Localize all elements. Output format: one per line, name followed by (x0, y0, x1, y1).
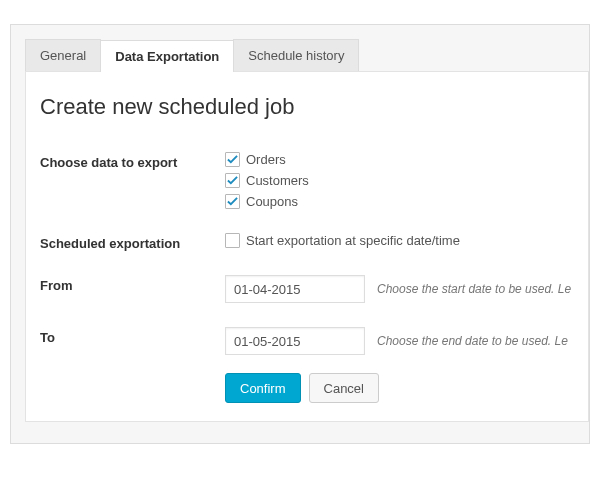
checkbox-icon (225, 194, 240, 209)
checkbox-label: Orders (246, 152, 286, 167)
checkbox-label: Coupons (246, 194, 298, 209)
from-controls: Choose the start date to be used. Le (225, 275, 571, 303)
label-to: To (40, 327, 225, 345)
checkbox-start-specific[interactable]: Start exportation at specific date/time (225, 233, 460, 248)
input-from-date[interactable] (225, 275, 365, 303)
checkbox-orders[interactable]: Orders (225, 152, 309, 167)
cancel-button[interactable]: Cancel (309, 373, 379, 403)
label-choose-data: Choose data to export (40, 152, 225, 170)
hint-to: Choose the end date to be used. Le (377, 334, 568, 348)
tab-general[interactable]: General (25, 39, 101, 71)
tab-bar: General Data Exportation Schedule histor… (25, 39, 589, 71)
settings-panel: General Data Exportation Schedule histor… (10, 24, 590, 444)
label-scheduled: Scheduled exportation (40, 233, 225, 251)
hint-from: Choose the start date to be used. Le (377, 282, 571, 296)
checkbox-icon (225, 152, 240, 167)
tab-schedule-history[interactable]: Schedule history (233, 39, 359, 71)
row-from: From Choose the start date to be used. L… (40, 263, 588, 315)
checkbox-coupons[interactable]: Coupons (225, 194, 309, 209)
to-controls: Choose the end date to be used. Le (225, 327, 568, 355)
tab-data-exportation[interactable]: Data Exportation (100, 40, 234, 72)
page-title: Create new scheduled job (40, 94, 588, 120)
choose-data-options: Orders Customers Coupons (225, 152, 309, 209)
row-choose-data: Choose data to export Orders Customers (40, 140, 588, 221)
confirm-button[interactable]: Confirm (225, 373, 301, 403)
label-from: From (40, 275, 225, 293)
row-scheduled: Scheduled exportation Start exportation … (40, 221, 588, 263)
tab-content: Create new scheduled job Choose data to … (25, 71, 589, 422)
input-to-date[interactable] (225, 327, 365, 355)
row-to: To Choose the end date to be used. Le (40, 315, 588, 367)
checkbox-label: Customers (246, 173, 309, 188)
checkbox-label: Start exportation at specific date/time (246, 233, 460, 248)
checkbox-icon (225, 173, 240, 188)
button-row: Confirm Cancel (225, 373, 588, 403)
checkbox-icon (225, 233, 240, 248)
scheduled-options: Start exportation at specific date/time (225, 233, 460, 248)
checkbox-customers[interactable]: Customers (225, 173, 309, 188)
